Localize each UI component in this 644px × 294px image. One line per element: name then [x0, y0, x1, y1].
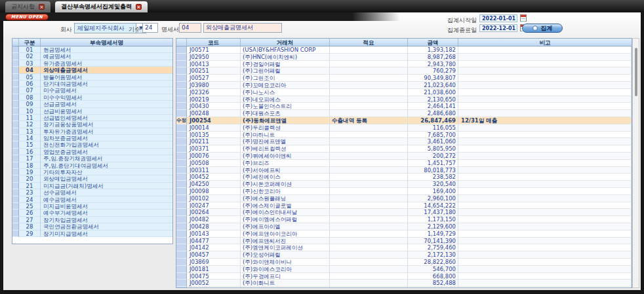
right-table-row[interactable]: J04250(주)시온코퍼레이션320,540	[176, 181, 632, 188]
right-table-row[interactable]: J00430(주)노블인더스트리2,464,141	[176, 103, 632, 110]
right-table-row[interactable]: J02326(주)나노시스21,038,600	[176, 89, 632, 96]
right-table-row[interactable]: J04477(주)에프앤씨서진70,141,390	[176, 238, 632, 245]
left-table-row[interactable]: 25미지급비용명세서	[12, 203, 172, 210]
row-selector[interactable]	[12, 81, 19, 87]
right-table-row[interactable]: J00102(주)에스원플래닝2,960,100	[176, 195, 632, 202]
left-table-row[interactable]: 10선급비용명세서	[12, 108, 172, 115]
start-date-input[interactable]: 2022-01-01	[479, 14, 517, 22]
row-selector[interactable]	[12, 121, 19, 128]
right-table-row[interactable]: J00508(주)브리즈1,451,757	[176, 160, 632, 167]
left-table-row[interactable]: 14임차보증금명세서	[12, 135, 172, 141]
right-table-row[interactable]: J00428(주)에프아이엘2,129,600	[176, 223, 632, 230]
left-table-row[interactable]: 17주,임.종장기채권명세서	[12, 155, 172, 162]
row-selector[interactable]	[12, 189, 19, 196]
tab-notice[interactable]: 공지사항 ×	[5, 1, 50, 12]
right-table-row[interactable]: J00247(주)에스제이글로벌14,654,222	[176, 202, 632, 210]
left-table-row[interactable]: 18주,임.종단기대여금명세서	[12, 162, 172, 169]
left-table-row[interactable]: 27장기차입금명세서	[12, 217, 172, 223]
left-table-row[interactable]: 28국민연금전환금명세서	[12, 223, 172, 230]
right-table-row[interactable]: J00248(주)대원스포츠2,486,680	[176, 110, 632, 117]
left-table-row[interactable]: 09선급금명세서	[12, 101, 172, 107]
left-table-row[interactable]: 19기타의투자자산	[12, 169, 172, 175]
left-table-row[interactable]: 26예수부가세명세서	[12, 210, 172, 216]
row-selector[interactable]	[12, 175, 19, 182]
left-table-row[interactable]: 21미지급금(거래처)명세서	[12, 183, 172, 189]
right-table-row[interactable]: J00475(주)우경에프디668,800	[176, 273, 632, 280]
row-selector[interactable]	[12, 94, 19, 101]
row-selector[interactable]	[12, 46, 19, 53]
left-table-row[interactable]: 15전신전화가입권명세서	[12, 141, 172, 148]
vertical-scrollbar[interactable]	[632, 38, 639, 288]
right-table-row[interactable]: J03869(주)와이앤제이비나28,822,860	[176, 259, 632, 266]
right-table-row[interactable]: J00014(주)두리콜렉션116,055	[176, 124, 632, 132]
right-table-row[interactable]: J00371(주)베리트컬렉션5,805,950	[176, 145, 632, 153]
left-table-row[interactable]: 05받을어음명세서	[12, 74, 172, 81]
right-table-row[interactable]: J02950(주)HNC(에이치엔씨)8,987,268	[176, 54, 632, 61]
left-table-row[interactable]: 08미수수익명세서	[12, 94, 172, 101]
row-selector[interactable]	[12, 135, 19, 141]
left-table-row[interactable]: 11선급법인세명세서	[12, 115, 172, 121]
right-table-row[interactable]: J00571(USA)BY&HFASHION CORP1,393,182	[176, 46, 632, 54]
row-selector[interactable]	[12, 74, 19, 81]
right-table-row[interactable]: J00135(주)마하니트7,685,700	[176, 132, 632, 139]
left-table-row[interactable]: 16영업보증금명세서	[12, 149, 172, 155]
tab-statement-report[interactable]: 결산부속명세서집계및출력 ×	[55, 1, 148, 12]
row-selector[interactable]	[12, 217, 19, 223]
right-table-row[interactable]: J00181(주)와이에스코리아546,700	[176, 266, 632, 273]
row-selector[interactable]	[12, 203, 19, 210]
right-table-row[interactable]: J00452(주)세진에이스238,582	[176, 174, 632, 181]
right-table-row[interactable]: J03980(주)꼬메요코리아21,023,640	[176, 82, 632, 89]
left-table-row[interactable]: 02예금명세서	[12, 53, 172, 60]
left-table-row[interactable]: 29장기미지급명세서	[12, 230, 172, 237]
left-table-row[interactable]: 12장기금융상품명세서	[12, 121, 172, 128]
period-input[interactable]: 24	[142, 23, 158, 33]
right-table-row[interactable]: J00052(주)이화니트852,488	[176, 280, 632, 287]
row-selector[interactable]	[12, 60, 19, 67]
row-selector[interactable]	[12, 149, 19, 155]
left-table-row[interactable]: 01현금명세서	[12, 46, 172, 53]
right-table-row[interactable]: J00457(주)오성어패럴2,172,130	[176, 251, 632, 259]
left-table-row[interactable]: 13투자유가증권명세서	[12, 128, 172, 135]
right-table-row[interactable]: J04142(주)엠앤케이코퍼레이션2,759,460	[176, 244, 632, 251]
row-selector[interactable]	[12, 196, 19, 203]
right-table-row[interactable]: J00076(주)뷔에세아이엔씨200,272	[176, 153, 632, 160]
row-selector[interactable]	[12, 230, 19, 237]
right-table-row[interactable]: J00311(주)서아에프씨80,018,773	[176, 167, 632, 174]
right-table-row[interactable]: J00482(주)에이엠에스어패럴1,173,150	[176, 216, 632, 223]
row-selector[interactable]	[12, 155, 19, 162]
menu-open-badge[interactable]: MENU OPEN	[5, 14, 49, 20]
right-table-row[interactable]: J00527(주)그린조이90,349,807	[176, 75, 632, 82]
row-selector[interactable]	[12, 108, 19, 115]
row-selector[interactable]	[12, 162, 19, 169]
scrollbar-thumb[interactable]	[635, 48, 637, 96]
right-table-row[interactable]: 수정J00254(주)동화에프앤엘수출내역 등록26,847,46912/31일…	[176, 117, 632, 124]
calendar-icon[interactable]	[520, 14, 527, 22]
row-selector[interactable]	[12, 101, 19, 107]
left-table-row[interactable]: 07미수금명세서	[12, 87, 172, 94]
right-table-row[interactable]: J00251(주)그린어패럴760,279	[176, 67, 632, 75]
left-table-row[interactable]: 06단기대여금명세서	[12, 81, 172, 87]
row-selector[interactable]	[12, 115, 19, 121]
tab-close-icon[interactable]: ×	[136, 4, 142, 10]
left-table-row[interactable]: 20외상매입금명세서	[12, 175, 172, 182]
row-selector[interactable]	[12, 223, 19, 230]
statement-code-input[interactable]: 04	[179, 23, 201, 33]
right-table-row[interactable]: J00264(주)에이스인터내셔날17,437,180	[176, 209, 632, 216]
right-table-row[interactable]: J00219(주)네오피에스2,130,650	[176, 96, 632, 103]
row-selector[interactable]	[12, 128, 19, 135]
tab-close-icon[interactable]: ×	[39, 4, 45, 10]
row-selector[interactable]	[12, 87, 19, 94]
row-selector[interactable]	[12, 183, 19, 189]
right-table-row[interactable]: J00098(주)신한코리아169,400	[176, 188, 632, 195]
left-table-row[interactable]: 23선수금명세서	[12, 189, 172, 196]
left-table-row[interactable]: 24예수금명세서	[12, 196, 172, 203]
right-table-row[interactable]	[176, 287, 632, 288]
left-table-row[interactable]: 03유가증권명세서	[12, 60, 172, 67]
right-table-row[interactable]: J00143(주)에프앤아이코리아1,149,729	[176, 230, 632, 238]
aggregate-button[interactable]: 집계	[522, 24, 563, 33]
end-date-input[interactable]: 2022-12-01	[479, 24, 517, 32]
row-selector[interactable]	[12, 141, 19, 148]
left-table-row[interactable]: 04외상매출금명세서	[12, 67, 172, 73]
row-selector[interactable]	[12, 67, 19, 73]
row-selector[interactable]	[12, 53, 19, 60]
